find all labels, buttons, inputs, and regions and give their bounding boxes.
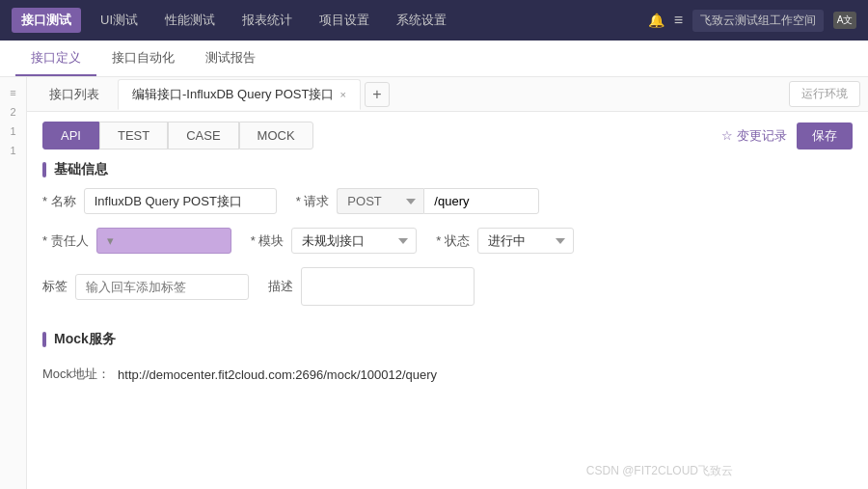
tab-bar: 接口列表 编辑接口-InfluxDB Query POST接口 × + 运行环境 xyxy=(27,77,868,112)
subnav-interface-def[interactable]: 接口定义 xyxy=(15,41,96,76)
list-icon[interactable]: ≡ xyxy=(674,12,683,29)
field-desc: 描述 xyxy=(268,267,475,306)
tab-interface-list[interactable]: 接口列表 xyxy=(35,79,114,110)
tab-edit-interface[interactable]: 编辑接口-InfluxDB Query POST接口 × xyxy=(118,79,361,110)
request-group: POST GET PUT DELETE xyxy=(337,188,539,214)
run-env-button[interactable]: 运行环境 xyxy=(789,81,860,107)
basic-info-title: 基础信息 xyxy=(54,161,108,178)
avatar[interactable]: A文 xyxy=(833,12,856,29)
nav-right: 🔔 ≡ 飞致云测试组工作空间 A文 xyxy=(648,10,856,32)
form-row-3: 标签 描述 xyxy=(42,267,853,306)
module-select[interactable]: 未规划接口 xyxy=(291,228,417,254)
mock-section-header: Mock服务 xyxy=(42,319,853,358)
tag-input[interactable] xyxy=(75,274,249,300)
sidebar-item-2: 1 xyxy=(4,123,23,139)
top-navbar: 接口测试 UI测试 性能测试 报表统计 项目设置 系统设置 🔔 ≡ 飞致云测试组… xyxy=(0,0,868,41)
api-tabs-left: API TEST CASE MOCK xyxy=(42,122,313,149)
nav-project-settings[interactable]: 项目设置 xyxy=(308,6,381,35)
tag-label: 标签 xyxy=(42,278,68,295)
star-icon: ☆ xyxy=(721,128,733,143)
content-area: 接口列表 编辑接口-InfluxDB Query POST接口 × + 运行环境… xyxy=(27,77,868,489)
api-tabs: API TEST CASE MOCK ☆ 变更记录 保存 xyxy=(27,112,868,149)
name-label: * 名称 xyxy=(42,193,76,210)
module-label: * 模块 xyxy=(251,232,285,250)
subnav-interface-auto[interactable]: 接口自动化 xyxy=(96,41,190,76)
tab-close-icon[interactable]: × xyxy=(339,89,345,100)
form-row-2: * 责任人 * 模块 未规划接口 * 状态 进行中 已完成 已废弃 xyxy=(42,228,853,254)
api-tab-case[interactable]: CASE xyxy=(168,122,238,149)
field-request: * 请求 POST GET PUT DELETE xyxy=(296,188,540,214)
mock-section: Mock服务 Mock地址： http://democenter.fit2clo… xyxy=(42,319,853,391)
api-tabs-right: ☆ 变更记录 保存 xyxy=(721,122,853,149)
assignee-select[interactable] xyxy=(96,228,231,254)
api-tab-mock[interactable]: MOCK xyxy=(239,122,313,149)
sidebar: ≡ 2 1 1 xyxy=(0,77,27,489)
nav-system-settings[interactable]: 系统设置 xyxy=(385,6,458,35)
form-row-1: * 名称 * 请求 POST GET PUT DELETE xyxy=(42,188,853,214)
workspace-label[interactable]: 飞致云测试组工作空间 xyxy=(692,10,824,32)
request-label: * 请求 xyxy=(296,193,330,210)
brand-label[interactable]: 接口测试 xyxy=(12,8,81,33)
nav-perf-test[interactable]: 性能测试 xyxy=(153,6,227,35)
field-assignee: * 责任人 xyxy=(42,228,231,254)
field-name: * 名称 xyxy=(42,188,277,214)
mock-info: Mock地址： http://democenter.fit2cloud.com:… xyxy=(42,358,853,391)
url-input[interactable] xyxy=(423,188,539,214)
field-status: * 状态 进行中 已完成 已废弃 xyxy=(436,228,574,254)
sidebar-item-3: 1 xyxy=(4,143,23,158)
form-area: 基础信息 * 名称 * 请求 POST GET PUT DELETE xyxy=(27,149,868,489)
desc-label: 描述 xyxy=(268,278,293,295)
api-tab-api[interactable]: API xyxy=(42,122,99,149)
sidebar-item-1: 2 xyxy=(4,104,23,120)
change-record-button[interactable]: ☆ 变更记录 xyxy=(721,127,787,145)
desc-textarea[interactable] xyxy=(301,267,475,306)
main-layout: ≡ 2 1 1 接口列表 编辑接口-InfluxDB Query POST接口 … xyxy=(0,77,868,489)
status-select[interactable]: 进行中 已完成 已废弃 xyxy=(477,228,574,254)
sub-navbar: 接口定义 接口自动化 测试报告 xyxy=(0,41,868,77)
section-bar xyxy=(42,162,46,177)
field-tag: 标签 xyxy=(42,274,249,300)
name-input[interactable] xyxy=(84,188,277,214)
status-label: * 状态 xyxy=(436,232,470,250)
mock-section-bar xyxy=(42,332,46,347)
mock-url: http://democenter.fit2cloud.com:2696/moc… xyxy=(118,367,437,382)
save-button[interactable]: 保存 xyxy=(797,122,853,149)
mock-addr-label: Mock地址： xyxy=(42,366,110,383)
assignee-label: * 责任人 xyxy=(42,232,89,250)
tab-add-button[interactable]: + xyxy=(365,82,390,107)
mock-section-title: Mock服务 xyxy=(54,331,116,348)
sidebar-item-0[interactable]: ≡ xyxy=(4,85,23,100)
nav-items: UI测试 性能测试 报表统计 项目设置 系统设置 xyxy=(89,6,648,35)
subnav-test-report[interactable]: 测试报告 xyxy=(190,41,271,76)
method-select[interactable]: POST GET PUT DELETE xyxy=(337,188,423,214)
field-module: * 模块 未规划接口 xyxy=(251,228,418,254)
basic-info-header: 基础信息 xyxy=(42,149,853,188)
nav-report[interactable]: 报表统计 xyxy=(231,6,304,35)
bell-icon[interactable]: 🔔 xyxy=(648,13,665,28)
nav-ui-test[interactable]: UI测试 xyxy=(89,6,149,35)
api-tab-test[interactable]: TEST xyxy=(99,122,168,149)
